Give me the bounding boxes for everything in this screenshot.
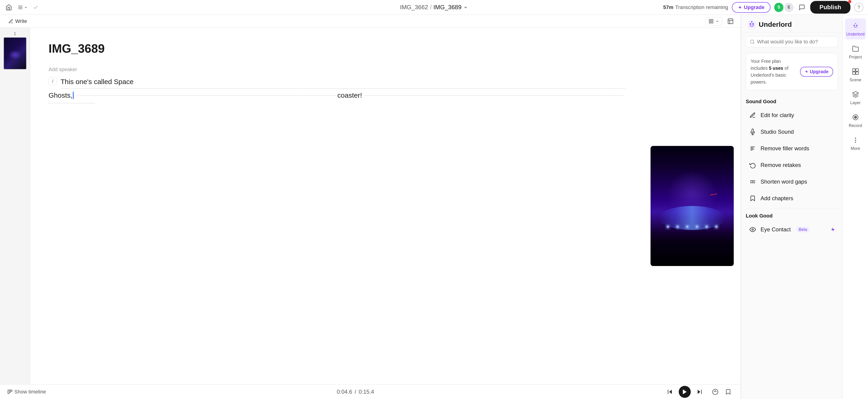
svg-point-39 (752, 229, 754, 230)
svg-point-43 (856, 25, 857, 26)
playback-bar: Show timeline 0:04.6 / 0:15.4 (0, 384, 741, 399)
avatar-group: S E (774, 3, 794, 12)
svg-rect-8 (728, 19, 733, 24)
notification-dot (848, 0, 851, 3)
eye-contact-icon (748, 225, 757, 234)
play-button[interactable] (679, 386, 691, 398)
upgrade-small-button[interactable]: Upgrade (800, 67, 833, 77)
transcript-content-1: This one's called Space (61, 78, 133, 86)
section-divider (746, 208, 838, 208)
time-display: 0:04.6 / 0:15.4 (337, 389, 374, 395)
time-separator: / (355, 389, 356, 395)
svg-rect-48 (856, 72, 858, 74)
chat-button[interactable] (797, 3, 807, 12)
svg-rect-11 (8, 390, 9, 394)
sidebar-item-project[interactable]: Project (845, 41, 866, 62)
home-button[interactable] (5, 3, 13, 11)
sidebar-item-scene[interactable]: Scene (845, 64, 866, 85)
timeline-icon (7, 389, 12, 394)
free-plan-text: Your Free plan includes 5 uses of Underl… (751, 58, 796, 86)
avatar-e[interactable]: E (784, 3, 794, 12)
audio-settings-button[interactable] (710, 387, 720, 397)
shorten-gaps-icon (748, 177, 757, 186)
video-container[interactable] (651, 146, 734, 266)
sound-good-label: Sound Good (746, 99, 838, 105)
play-icon (682, 389, 688, 395)
upgrade-button[interactable]: Upgrade (732, 2, 771, 13)
underlord-search[interactable] (746, 36, 838, 47)
feature-add-chapters[interactable]: Add chapters (746, 191, 838, 206)
record-sidebar-icon (851, 113, 860, 122)
feature-shorten-gaps[interactable]: Shorten word gaps (746, 174, 838, 190)
video-lights (663, 226, 721, 228)
publish-button[interactable]: Publish (810, 1, 850, 13)
free-plan-banner: Your Free plan includes 5 uses of Underl… (746, 53, 838, 90)
feature-studio-sound[interactable]: Studio Sound (746, 124, 838, 140)
svg-rect-47 (852, 72, 855, 74)
sidebar-label-scene: Scene (849, 77, 861, 82)
help-button[interactable]: ? (854, 3, 863, 12)
transcription-time: 57m (663, 4, 674, 10)
show-timeline-button[interactable]: Show timeline (7, 389, 46, 395)
slide-number: 1 (13, 31, 16, 36)
edit-clarity-icon (748, 111, 757, 120)
remove-retakes-icon (748, 161, 757, 169)
svg-point-52 (855, 138, 856, 138)
breadcrumb-child[interactable]: IMG_3689 (434, 4, 462, 11)
search-icon (750, 39, 755, 44)
write-icon (8, 19, 13, 24)
ghost-text: Ghosts, (49, 92, 72, 99)
right-sidebar: Underlord Project Scene (843, 15, 868, 399)
text-editor[interactable]: IMG_3689 Add speaker / This one's called… (30, 28, 644, 384)
sidebar-item-more[interactable]: More (845, 133, 866, 154)
transcript-text-1[interactable]: This one's called Space (61, 76, 625, 89)
bookmark-button[interactable] (723, 387, 733, 397)
eye-contact-badge: Beta (796, 227, 809, 233)
transcription-label: Transcription remaining (675, 4, 728, 10)
feature-label-add-chapters: Add chapters (761, 195, 793, 202)
svg-marker-3 (738, 5, 742, 9)
sidebar-label-record: Record (848, 123, 862, 128)
sidebar-label-layer: Layer (850, 100, 861, 105)
slides-panel: 1 (0, 28, 30, 384)
help-icon: ? (857, 4, 860, 10)
sidebar-item-underlord[interactable]: Underlord (845, 19, 866, 39)
svg-marker-17 (698, 390, 701, 394)
editor-panel: Write 1 (0, 15, 741, 399)
search-input[interactable] (757, 39, 834, 45)
playback-controls (665, 386, 705, 398)
feature-label-studio-sound: Studio Sound (761, 129, 794, 135)
feature-label-edit-clarity: Edit for clarity (761, 112, 794, 119)
svg-rect-24 (751, 22, 753, 23)
skip-forward-button[interactable] (694, 387, 705, 397)
view-toggle[interactable] (706, 17, 722, 25)
upgrade-label: Upgrade (744, 4, 765, 10)
upgrade-small-icon (805, 70, 808, 73)
topbar-left (5, 3, 39, 11)
slash-button[interactable]: / (49, 77, 57, 86)
total-time: 0:15.4 (359, 389, 374, 395)
svg-point-22 (750, 23, 751, 25)
write-button[interactable]: Write (5, 16, 30, 26)
layout-button[interactable] (726, 16, 735, 26)
underlord-header: Underlord (741, 15, 843, 33)
breadcrumb-chevron-icon[interactable] (463, 5, 468, 10)
breadcrumb-separator: / (430, 4, 431, 11)
avatar-s[interactable]: S (774, 3, 783, 12)
speaker-label[interactable]: Add speaker (49, 67, 625, 72)
skip-back-button[interactable] (665, 387, 675, 397)
breadcrumb-parent[interactable]: IMG_3662 (400, 4, 428, 11)
audio-icon (712, 389, 718, 395)
sidebar-item-layer[interactable]: Layer (845, 87, 866, 108)
view-chevron-icon (715, 20, 719, 23)
sidebar-item-record[interactable]: Record (845, 110, 866, 131)
feature-edit-clarity[interactable]: Edit for clarity (746, 107, 838, 123)
feature-remove-filler[interactable]: Remove filler words (746, 141, 838, 156)
menu-button[interactable] (16, 4, 30, 11)
slide-thumbnail[interactable] (3, 37, 27, 69)
feature-remove-retakes[interactable]: Remove retakes (746, 157, 838, 173)
view-icon (709, 19, 714, 24)
slide-item-1[interactable]: 1 (2, 31, 28, 69)
text-cursor (73, 92, 74, 99)
feature-eye-contact[interactable]: Eye Contact Beta (746, 222, 838, 237)
